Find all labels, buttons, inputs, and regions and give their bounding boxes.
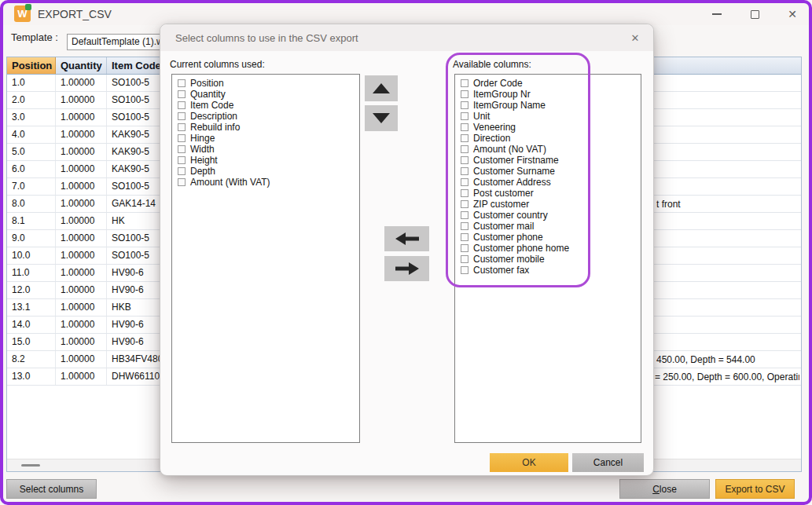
available-columns-list[interactable]: Order Code ItemGroup Nr ItemGroup Name U… xyxy=(454,74,641,443)
checkbox[interactable] xyxy=(178,156,186,164)
checkbox[interactable] xyxy=(461,233,468,241)
checkbox[interactable] xyxy=(461,255,468,263)
list-item[interactable]: Amount (With VAT) xyxy=(175,177,359,188)
move-down-button[interactable] xyxy=(365,105,398,131)
window-titlebar[interactable]: W EXPORT_CSV ✕ xyxy=(3,3,809,25)
list-item[interactable]: Amount (No VAT) xyxy=(458,144,641,155)
list-item[interactable]: Order Code xyxy=(458,78,641,89)
list-item[interactable]: Height xyxy=(175,155,359,166)
list-item[interactable]: Position xyxy=(175,78,359,89)
list-item[interactable]: Width xyxy=(175,144,359,155)
checkbox[interactable] xyxy=(461,112,468,120)
move-right-button[interactable] xyxy=(384,256,429,281)
list-item[interactable]: Direction xyxy=(458,133,641,144)
minimize-icon xyxy=(712,13,722,15)
list-item-label: Item Code xyxy=(190,101,233,111)
cell-position: 2.0 xyxy=(7,92,56,108)
list-item-label: Unit xyxy=(473,112,490,122)
move-up-button[interactable] xyxy=(365,75,398,101)
minimize-button[interactable] xyxy=(710,7,724,21)
checkbox[interactable] xyxy=(461,200,468,208)
current-columns-list[interactable]: Position Quantity Item Code Description xyxy=(171,74,360,443)
checkbox[interactable] xyxy=(461,101,468,109)
checkbox[interactable] xyxy=(461,156,468,164)
column-header-position[interactable]: Position xyxy=(7,57,56,74)
list-item[interactable]: Hinge xyxy=(175,133,359,144)
checkbox[interactable] xyxy=(461,167,468,175)
list-item-label: Veneering xyxy=(473,123,516,133)
app-logo-icon: W xyxy=(14,5,31,22)
list-item[interactable]: Customer Surname xyxy=(458,166,641,177)
list-item[interactable]: Customer Firstname xyxy=(458,155,641,166)
column-header-quantity[interactable]: Quantity xyxy=(56,57,107,74)
cell-position: 8.0 xyxy=(7,196,56,212)
list-item[interactable]: Customer phone home xyxy=(458,243,641,254)
checkbox[interactable] xyxy=(178,101,186,109)
checkbox[interactable] xyxy=(178,79,186,87)
checkbox[interactable] xyxy=(178,178,186,186)
list-item[interactable]: Customer phone xyxy=(458,232,641,243)
checkbox[interactable] xyxy=(178,145,186,153)
list-item-label: Customer fax xyxy=(473,265,529,276)
checkbox[interactable] xyxy=(461,244,468,252)
list-item[interactable]: Item Code xyxy=(175,100,359,111)
list-item[interactable]: Customer country xyxy=(458,210,641,221)
list-item[interactable]: Unit xyxy=(458,111,641,122)
cell-position: 4.0 xyxy=(7,126,56,143)
checkbox[interactable] xyxy=(178,167,186,175)
window-close-button[interactable]: ✕ xyxy=(785,7,799,21)
move-left-button[interactable] xyxy=(384,226,429,251)
list-item[interactable]: Customer fax xyxy=(458,265,641,276)
checkbox[interactable] xyxy=(461,178,468,186)
list-item[interactable]: Customer mail xyxy=(458,221,641,232)
ok-button[interactable]: OK xyxy=(490,453,568,472)
list-item[interactable]: ItemGroup Name xyxy=(458,100,641,111)
export-to-csv-button[interactable]: Export to CSV xyxy=(715,479,795,499)
list-item[interactable]: Rebuild info xyxy=(175,122,359,133)
checkbox[interactable] xyxy=(461,211,468,219)
checkbox[interactable] xyxy=(461,134,468,142)
checkbox[interactable] xyxy=(461,222,468,230)
checkbox[interactable] xyxy=(461,266,468,274)
cell-position: 6.0 xyxy=(7,161,56,177)
csv-columns-dialog: Select columns to use in the CSV export … xyxy=(160,24,654,476)
close-button[interactable]: Close xyxy=(619,479,710,499)
list-item-label: Order Code xyxy=(473,79,523,89)
maximize-button[interactable] xyxy=(748,7,762,21)
checkbox[interactable] xyxy=(178,112,186,120)
list-item-label: ItemGroup Name xyxy=(473,101,546,111)
checkbox[interactable] xyxy=(461,145,468,153)
down-triangle-icon xyxy=(373,113,390,123)
checkbox[interactable] xyxy=(461,90,468,98)
checkbox[interactable] xyxy=(178,90,186,98)
list-item-label: Customer Surname xyxy=(473,167,555,177)
checkbox[interactable] xyxy=(461,79,468,87)
checkbox[interactable] xyxy=(461,189,468,197)
cell-position: 8.1 xyxy=(7,213,56,229)
right-arrow-icon xyxy=(395,262,419,275)
checkbox[interactable] xyxy=(178,134,186,142)
list-item[interactable]: Veneering xyxy=(458,122,641,133)
list-item[interactable]: ZIP customer xyxy=(458,199,641,210)
list-item[interactable]: Customer mobile xyxy=(458,254,641,265)
select-columns-button[interactable]: Select columns xyxy=(6,479,97,499)
cell-position: 5.0 xyxy=(7,144,56,160)
list-item[interactable]: ItemGroup Nr xyxy=(458,89,641,100)
checkbox[interactable] xyxy=(178,123,186,131)
cancel-button[interactable]: Cancel xyxy=(572,453,644,472)
checkbox[interactable] xyxy=(461,123,468,131)
cell-position: 9.0 xyxy=(7,230,56,247)
list-item[interactable]: Post customer xyxy=(458,188,641,199)
list-item[interactable]: Depth xyxy=(175,166,359,177)
list-item[interactable]: Description xyxy=(175,111,359,122)
scrollbar-thumb[interactable] xyxy=(21,464,40,467)
list-item-label: Depth xyxy=(190,167,215,177)
current-columns-label: Current columns used: xyxy=(170,59,265,70)
cell-position: 13.0 xyxy=(7,368,56,385)
list-item[interactable]: Customer Address xyxy=(458,177,641,188)
dialog-close-button[interactable]: ✕ xyxy=(628,31,642,45)
cell-quantity: 1.00000 xyxy=(56,265,107,281)
list-item[interactable]: Quantity xyxy=(175,89,359,100)
window-title: EXPORT_CSV xyxy=(38,8,112,20)
cell-quantity: 1.00000 xyxy=(56,75,107,91)
